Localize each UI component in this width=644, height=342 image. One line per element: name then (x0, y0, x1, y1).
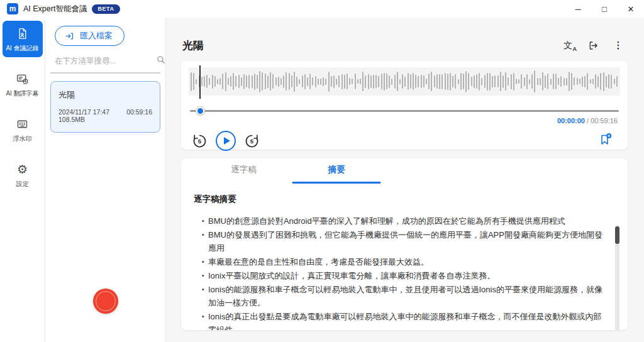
tabs: 逐字稿 摘要 (181, 158, 628, 184)
sidebar-item-label: AI 翻譯字幕 (6, 89, 38, 98)
summary-scrollbar[interactable] (615, 225, 619, 330)
translate-icon-secondary: A (573, 47, 577, 52)
import-icon (65, 31, 74, 41)
file-meta-row: 2024/11/17 17:47 108.5MB 00:59:16 (58, 108, 152, 123)
rewind-5-button[interactable]: 5 (191, 133, 208, 150)
header-icons: 文 A ⋮ (558, 36, 628, 55)
import-file-label: 匯入檔案 (80, 30, 113, 41)
seek-track[interactable] (190, 110, 619, 112)
play-button[interactable] (216, 131, 236, 151)
app-title: AI Expert智能會議 (23, 4, 87, 14)
summary-scrollbar-thumb[interactable] (615, 226, 619, 244)
window-controls: ─ □ ✕ (565, 0, 644, 18)
summary-bullet: BMU的創意源自於對Android平臺的深入了解和理解，成功的原因在於它能為所有… (202, 214, 602, 228)
kebab-icon: ⋮ (614, 40, 623, 51)
search-input[interactable] (55, 57, 156, 65)
meeting-record-icon (15, 26, 30, 41)
file-list-panel: 匯入檔案 光陽 2024/11/17 17:47 108.5MB 00:59:1… (45, 18, 166, 342)
audio-player-card: 00:00:00 / 00:59:16 5 5 (181, 61, 628, 150)
summary-heading: 逐字稿摘要 (194, 194, 602, 205)
import-file-button[interactable]: 匯入檔案 (55, 26, 125, 46)
tab-transcript[interactable]: 逐字稿 (204, 164, 283, 184)
translate-button[interactable]: 文 A (558, 36, 577, 55)
forward-5-label: 5 (243, 138, 260, 145)
gear-icon: ⚙ (15, 162, 30, 177)
minimize-button[interactable]: ─ (565, 0, 591, 18)
sidebar-item-label: 浮水印 (13, 135, 32, 143)
file-title: 光陽 (58, 89, 152, 101)
app-logo-letter: m (9, 4, 16, 13)
transcript-summary-card: 逐字稿 摘要 逐字稿摘要 BMU的創意源自於對Android平臺的深入了解和理解… (181, 158, 628, 330)
file-list-item-selected[interactable]: 光陽 2024/11/17 17:47 108.5MB 00:59:16 (50, 81, 160, 133)
current-time: 00:00:00 (557, 117, 585, 124)
main-header: 光陽 文 A ⋮ (182, 33, 628, 58)
export-button[interactable] (584, 36, 602, 55)
summary-body: 逐字稿摘要 BMU的創意源自於對Android平臺的深入了解和理解，成功的原因在… (181, 184, 628, 330)
main-area: 光陽 文 A ⋮ 00:00:00 / (166, 18, 644, 342)
translate-subtitles-icon (15, 71, 30, 86)
add-bookmark-button[interactable] (596, 131, 615, 150)
search-row (55, 55, 159, 67)
summary-bullet: Ionis的能源服務和車子概念可以輕易地裝入電動車中，並且使用者可以透過Ioni… (202, 283, 602, 309)
summary-list: BMU的創意源自於對Android平臺的深入了解和理解，成功的原因在於它能為所有… (202, 214, 602, 330)
sidebar-item-meeting-records[interactable]: AI 會議記錄 (3, 21, 43, 57)
seek-thumb[interactable] (196, 107, 204, 115)
sidebar: AI 會議記錄 AI 翻譯字幕 浮水印 ⚙ 設定 (0, 18, 45, 342)
sidebar-item-watermark[interactable]: 浮水印 (3, 111, 43, 148)
summary-bullet: BMU的發展遇到了困難和挑戰，但它能為手機廠提供一個統一的應用平臺，讓APP開發… (202, 228, 602, 255)
play-icon (224, 137, 230, 145)
bookmark-add-icon (598, 132, 613, 147)
forward-5-button[interactable]: 5 (243, 133, 260, 150)
playback-controls: 5 5 (191, 130, 628, 152)
search-icon[interactable] (156, 55, 166, 67)
search-divider (50, 72, 160, 74)
sidebar-item-label: AI 會議記錄 (6, 44, 38, 53)
rewind-5-label: 5 (191, 138, 208, 145)
close-button[interactable]: ✕ (618, 0, 644, 18)
file-meta: 2024/11/17 17:47 108.5MB (58, 108, 126, 123)
file-duration: 00:59:16 (126, 108, 152, 123)
app-logo-icon: m (7, 3, 18, 14)
sidebar-item-label: 設定 (16, 180, 29, 189)
waveform-playhead[interactable] (199, 65, 201, 99)
total-time: 00:59:16 (591, 117, 618, 124)
waveform[interactable] (189, 67, 620, 96)
beta-badge: BETA (92, 4, 119, 14)
translate-icon: 文 A (564, 41, 572, 50)
page-title: 光陽 (182, 38, 204, 53)
more-options-button[interactable]: ⋮ (609, 36, 628, 55)
titlebar: m AI Expert智能會議 BETA ─ □ ✕ (0, 0, 644, 18)
summary-bullet: Ionis的真正出發點是要成為電動車廠可以輕易地裝入車中的能源服務和車子概念，而… (202, 310, 602, 330)
summary-bullet: 車廠最在意的是自主性和自由度，考慮是否能發揮最大效益。 (202, 255, 602, 268)
time-display: 00:00:00 / 00:59:16 (191, 117, 618, 124)
summary-bullet: Ionix平臺以開放式的設計，真正實現車電分離，讓車廠和消費者各自專注業務。 (202, 269, 602, 282)
maximize-button[interactable]: □ (591, 0, 618, 18)
export-icon (587, 40, 599, 52)
translate-icon-primary: 文 (564, 40, 572, 50)
seek-slider[interactable] (190, 106, 619, 115)
sidebar-item-settings[interactable]: ⚙ 設定 (3, 157, 43, 193)
tab-summary[interactable]: 摘要 (292, 164, 380, 184)
sidebar-item-translate-subtitles[interactable]: AI 翻譯字幕 (3, 66, 43, 102)
watermark-icon (15, 116, 30, 131)
record-button[interactable] (93, 289, 118, 314)
